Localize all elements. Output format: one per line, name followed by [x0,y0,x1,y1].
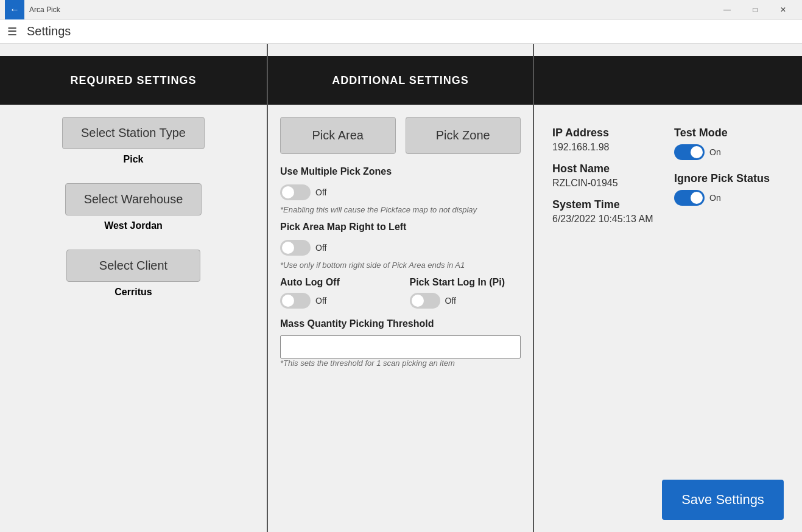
required-settings-header: REQUIRED SETTINGS [0,56,267,105]
pick-start-toggle-group: Off [410,293,521,309]
auto-log-off-group: Auto Log Off Off [280,277,392,313]
select-station-type-button[interactable]: Select Station Type [62,117,205,149]
right-panel: IP Address 192.168.1.98 Host Name RZLCIN… [534,44,802,532]
use-multiple-zones-toggle-group: Off [280,184,521,200]
warehouse-value: West Jordan [65,220,202,231]
pick-zone-button[interactable]: Pick Zone [406,117,521,154]
system-time-value: 6/23/2022 10:45:13 AM [552,214,662,225]
pick-area-map-label: Pick Area Map Right to Left [280,222,521,233]
save-button-container: Save Settings [552,480,784,520]
host-label: Host Name [552,163,662,175]
toggle-knob-5 [691,146,703,158]
window-controls: — □ ✕ [713,0,797,19]
pick-area-button[interactable]: Pick Area [280,117,396,154]
station-type-group: Select Station Type Pick [62,117,205,165]
back-icon: ← [10,4,19,15]
ip-value: 192.168.1.98 [552,142,662,153]
pick-start-label: Pick Start Log In (Pi) [410,277,521,288]
pick-area-map-toggle-group: Off [280,240,521,256]
test-mode-state: On [709,147,721,157]
auto-log-off-state: Off [315,296,326,306]
mass-quantity-input[interactable] [280,335,521,359]
pick-start-group: Pick Start Log In (Pi) Off [410,277,521,313]
station-type-value: Pick [62,154,205,165]
right-info-row: IP Address 192.168.1.98 Host Name RZLCIN… [552,117,784,229]
required-settings-title: REQUIRED SETTINGS [70,74,196,87]
mass-quantity-hint: *This sets the threshold for 1 scan pick… [280,359,521,368]
select-warehouse-button[interactable]: Select Warehouse [65,183,202,215]
client-group: Select Client Cerritus [66,250,200,298]
main-content: REQUIRED SETTINGS Select Station Type Pi… [0,44,802,532]
pick-area-map-toggle[interactable] [280,240,311,256]
warehouse-group: Select Warehouse West Jordan [65,183,202,231]
toggle-knob-6 [691,192,703,204]
titlebar: ← Arca Pick — □ ✕ [0,0,802,19]
select-client-button[interactable]: Select Client [66,250,200,282]
page-title: Settings [27,24,71,38]
pick-area-map-hint: *Use only if bottom right side of Pick A… [280,261,521,270]
pick-start-state: Off [445,296,456,306]
minimize-button[interactable]: — [713,0,741,19]
right-panel-header [534,56,802,105]
hamburger-icon[interactable]: ☰ [7,25,17,38]
right-info-col: Test Mode On Ignore Pick Status On [674,117,784,229]
client-value: Cerritus [66,287,200,298]
toggle-knob-3 [282,295,294,307]
use-multiple-zones-state: Off [315,187,326,197]
auto-log-off-toggle-group: Off [280,293,392,309]
left-info-col: IP Address 192.168.1.98 Host Name RZLCIN… [552,117,662,229]
ignore-pick-state: On [709,193,721,203]
test-mode-toggle[interactable] [674,144,705,160]
additional-settings-title: ADDITIONAL SETTINGS [332,74,469,87]
back-button[interactable]: ← [5,0,24,19]
auto-log-off-label: Auto Log Off [280,277,392,288]
ignore-pick-toggle[interactable] [674,190,705,206]
ignore-pick-label: Ignore Pick Status [674,172,784,185]
menubar: ☰ Settings [0,19,802,44]
toggle-knob-2 [282,242,294,254]
save-settings-button[interactable]: Save Settings [662,480,784,520]
mass-quantity-label: Mass Quantity Picking Threshold [280,318,521,329]
pick-start-toggle[interactable] [410,293,440,309]
toggle-knob-4 [412,295,424,307]
test-mode-label: Test Mode [674,127,784,139]
additional-settings-panel: ADDITIONAL SETTINGS Pick Area Pick Zone … [268,44,534,532]
use-multiple-zones-hint: *Enabling this will cause the Pickface m… [280,205,521,214]
ignore-pick-toggle-group: On [674,190,784,206]
toggle-knob [282,186,294,198]
host-value: RZLCIN-01945 [552,178,662,189]
pick-buttons-row: Pick Area Pick Zone [280,117,521,154]
app-title: Arca Pick [29,5,713,14]
system-time-label: System Time [552,198,662,211]
ip-label: IP Address [552,127,662,139]
use-multiple-zones-toggle[interactable] [280,184,311,200]
maximize-button[interactable]: □ [741,0,769,19]
auto-log-off-row: Auto Log Off Off Pick Start Log In (Pi) … [280,277,521,313]
auto-log-off-toggle[interactable] [280,293,311,309]
pick-area-map-state: Off [315,243,326,253]
close-button[interactable]: ✕ [769,0,797,19]
additional-settings-header: ADDITIONAL SETTINGS [268,56,533,105]
test-mode-toggle-group: On [674,144,784,160]
required-settings-panel: REQUIRED SETTINGS Select Station Type Pi… [0,44,268,532]
use-multiple-zones-label: Use Multiple Pick Zones [280,166,521,177]
